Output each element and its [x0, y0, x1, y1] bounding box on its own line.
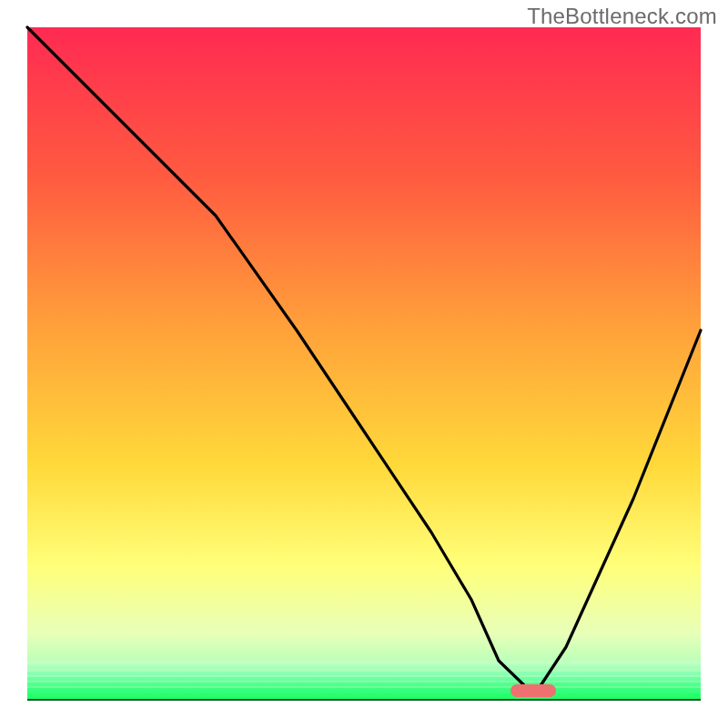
bottleneck-chart — [0, 0, 728, 728]
svg-rect-5 — [27, 688, 701, 693]
svg-rect-4 — [27, 682, 701, 686]
svg-rect-3 — [27, 677, 701, 681]
svg-rect-0 — [27, 661, 701, 664]
svg-rect-1 — [27, 666, 701, 670]
optimal-range-marker — [511, 684, 556, 697]
bottom-banding — [27, 661, 701, 701]
svg-rect-2 — [27, 672, 701, 675]
baseline — [27, 699, 701, 701]
watermark-text: TheBottleneck.com — [527, 4, 717, 29]
chart-stage: TheBottleneck.com — [0, 0, 728, 728]
